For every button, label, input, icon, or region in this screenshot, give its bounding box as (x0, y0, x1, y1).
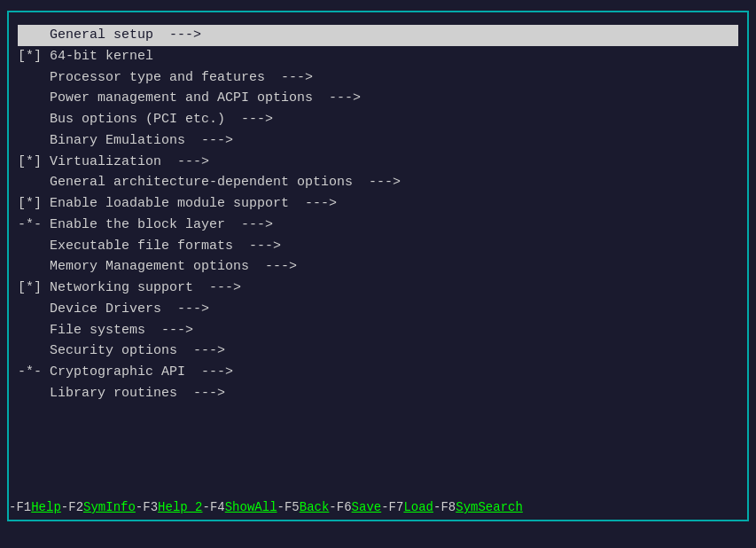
menu-item-prefix: [*] (18, 47, 50, 67)
menu-item-label: Power management and ACPI options (50, 89, 313, 108)
bottom-key-f1[interactable]: -F1Help (9, 500, 61, 514)
key-label-f5: Back (300, 500, 330, 514)
menu-item-general-arch[interactable]: General architecture-dependent options -… (18, 172, 738, 193)
menu-item-processor-type[interactable]: Processor type and features ---> (18, 67, 738, 89)
menu-item-prefix: [*] (18, 153, 50, 172)
bottom-bar: -F1Help-F2SymInfo-F3Help 2-F4ShowAll-F5B… (9, 495, 747, 520)
menu-item-arrow: ---> (145, 321, 193, 341)
window-border: General setup --->[*] 64-bit kernel Proc… (7, 11, 749, 521)
menu-item-label: Networking support (50, 278, 193, 298)
menu-item-arrow: ---> (353, 173, 401, 192)
bottom-key-f8[interactable]: -F8SymSearch (433, 500, 523, 514)
menu-item-label: 64-bit kernel (50, 47, 153, 67)
menu-item-prefix (18, 321, 50, 341)
key-label-f1: Help (31, 500, 61, 514)
menu-item-arrow: ---> (161, 300, 209, 319)
menu-item-prefix (18, 131, 50, 151)
key-num-f5: -F5 (277, 500, 300, 514)
key-num-f2: -F2 (61, 500, 83, 514)
menu-item-file-systems[interactable]: File systems ---> (18, 320, 738, 341)
menu-item-arrow: ---> (193, 278, 241, 298)
menu-item-label: Security options (50, 341, 177, 361)
menu-item-prefix (18, 257, 50, 277)
key-num-f1: -F1 (9, 500, 31, 514)
menu-item-label: Executable file formats (50, 237, 233, 256)
menu-item-prefix (18, 341, 50, 361)
menu-item-prefix (18, 300, 50, 319)
menu-item-label: Binary Emulations (50, 131, 185, 151)
menu-item-crypto-api[interactable]: -*- Cryptographic API ---> (18, 362, 738, 383)
key-num-f6: -F6 (329, 500, 351, 514)
bottom-key-f2[interactable]: -F2SymInfo (61, 500, 136, 514)
menu-item-prefix: [*] (18, 194, 50, 214)
menu-item-device-drivers[interactable]: Device Drivers ---> (18, 299, 738, 320)
menu-item-label: Virtualization (50, 153, 161, 172)
menu-item-networking[interactable]: [*] Networking support ---> (18, 278, 738, 299)
menu-item-block-layer[interactable]: -*- Enable the block layer ---> (18, 215, 738, 236)
menu-item-arrow: ---> (225, 215, 273, 235)
menu-item-label: Device Drivers (50, 300, 161, 319)
menu-item-arrow: ---> (177, 384, 225, 403)
menu-item-label: Cryptographic API (50, 363, 185, 382)
key-num-f3: -F3 (136, 500, 158, 514)
menu-item-label: Bus options (PCI etc.) (50, 110, 225, 129)
menu-item-prefix (18, 173, 50, 192)
bottom-key-f7[interactable]: -F7Load (381, 500, 433, 514)
menu-item-prefix: -*- (18, 215, 50, 235)
menu-item-virtualization[interactable]: [*] Virtualization ---> (18, 152, 738, 173)
bottom-key-f6[interactable]: -F6Save (329, 500, 381, 514)
menu-item-security-options[interactable]: Security options ---> (18, 341, 738, 362)
menu-item-power-management[interactable]: Power management and ACPI options ---> (18, 88, 738, 109)
menu-item-exec-file-formats[interactable]: Executable file formats ---> (18, 236, 738, 257)
key-num-f7: -F7 (381, 500, 403, 514)
menu-item-prefix (18, 68, 50, 88)
menu-item-prefix (18, 110, 50, 129)
menu-item-binary-emulations[interactable]: Binary Emulations ---> (18, 130, 738, 152)
bottom-key-f4[interactable]: -F4ShowAll (203, 500, 277, 514)
bottom-key-f5[interactable]: -F5Back (277, 500, 330, 514)
bottom-key-f3[interactable]: -F3Help 2 (136, 500, 203, 514)
menu-item-arrow: ---> (289, 194, 337, 214)
menu-area: General setup --->[*] 64-bit kernel Proc… (18, 25, 738, 514)
menu-item-prefix: -*- (18, 363, 50, 382)
menu-item-arrow: ---> (185, 131, 233, 151)
menu-item-prefix (18, 89, 50, 108)
menu-item-label: Memory Management options (50, 257, 249, 277)
menu-item-64bit-kernel[interactable]: [*] 64-bit kernel (18, 46, 738, 67)
menu-item-prefix (18, 26, 50, 45)
menu-item-library-routines[interactable]: Library routines ---> (18, 383, 738, 404)
menu-item-memory-management[interactable]: Memory Management options ---> (18, 256, 738, 278)
menu-item-label: Library routines (50, 384, 177, 403)
menu-item-arrow: ---> (313, 89, 361, 108)
menu-item-loadable-module[interactable]: [*] Enable loadable module support ---> (18, 193, 738, 215)
menu-item-arrow: ---> (249, 257, 297, 277)
menu-item-label: Enable the block layer (50, 215, 225, 235)
menu-item-label: Enable loadable module support (50, 194, 289, 214)
key-label-f2: SymInfo (83, 500, 136, 514)
key-label-f3: Help 2 (158, 500, 202, 514)
key-label-f4: ShowAll (225, 500, 277, 514)
menu-item-arrow: ---> (185, 363, 233, 382)
menu-item-label: General setup (50, 26, 153, 45)
key-num-f4: -F4 (203, 500, 225, 514)
key-label-f6: Save (352, 500, 382, 514)
key-num-f8: -F8 (433, 500, 456, 514)
menu-item-arrow: ---> (153, 26, 201, 45)
menu-item-prefix: [*] (18, 278, 50, 298)
key-label-f8: SymSearch (456, 500, 523, 514)
menu-item-general-setup[interactable]: General setup ---> (18, 25, 738, 46)
menu-item-arrow: ---> (161, 153, 209, 172)
menu-item-arrow: ---> (233, 237, 281, 256)
menu-item-label: Processor type and features (50, 68, 265, 88)
key-label-f7: Load (403, 500, 433, 514)
menu-item-label: File systems (50, 321, 145, 341)
menu-item-arrow: ---> (265, 68, 313, 88)
menu-item-bus-options[interactable]: Bus options (PCI etc.) ---> (18, 109, 738, 130)
menu-item-prefix (18, 237, 50, 256)
menu-item-prefix (18, 384, 50, 403)
menu-item-label: General architecture-dependent options (50, 173, 353, 192)
menu-item-arrow: ---> (225, 110, 273, 129)
menu-item-arrow: ---> (177, 341, 225, 361)
title-bar (0, 0, 756, 11)
